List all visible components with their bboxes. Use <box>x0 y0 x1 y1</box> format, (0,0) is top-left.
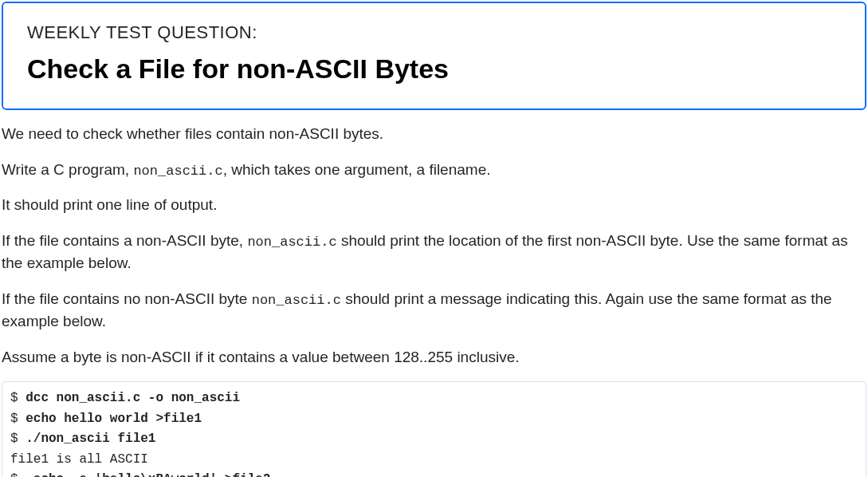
paragraph: If the file contains no non-ASCII byte n… <box>2 288 866 333</box>
question-header-box: WEEKLY TEST QUESTION: Check a File for n… <box>2 2 866 110</box>
paragraph: We need to check whether files contain n… <box>2 123 866 146</box>
terminal-command: ./non_ascii file1 <box>26 432 155 446</box>
terminal-command-line: $ echo hello world >file1 <box>10 409 858 430</box>
paragraph: It should print one line of output. <box>2 194 866 217</box>
terminal-command: echo hello world >file1 <box>26 412 202 426</box>
terminal-command: dcc non_ascii.c -o non_ascii <box>26 391 240 405</box>
text: Write a C program, <box>2 161 133 178</box>
terminal-prompt: $ <box>10 391 26 405</box>
paragraph: Assume a byte is non-ASCII if it contain… <box>2 346 866 369</box>
terminal-command: echo -e 'hello\xBAworld' >file2 <box>26 472 270 477</box>
terminal-prompt: $ <box>10 412 26 426</box>
inline-code: non_ascii.c <box>133 164 222 179</box>
terminal-command-line: $ dcc non_ascii.c -o non_ascii <box>10 388 858 409</box>
terminal-prompt: $ <box>10 432 26 446</box>
terminal-block: $ dcc non_ascii.c -o non_ascii$ echo hel… <box>2 381 866 477</box>
question-label: WEEKLY TEST QUESTION: <box>27 19 841 45</box>
paragraph: If the file contains a non-ASCII byte, n… <box>2 230 866 275</box>
question-title: Check a File for non-ASCII Bytes <box>27 49 841 89</box>
terminal-command-line: $ ./non_ascii file1 <box>10 429 858 450</box>
text: If the file contains no non-ASCII byte <box>2 290 252 307</box>
terminal-output-line: file1 is all ASCII <box>10 450 858 471</box>
inline-code: non_ascii.c <box>252 293 341 308</box>
question-body: We need to check whether files contain n… <box>0 123 868 369</box>
inline-code: non_ascii.c <box>247 235 336 250</box>
text: If the file contains a non-ASCII byte, <box>2 232 247 249</box>
paragraph: Write a C program, non_ascii.c, which ta… <box>2 159 866 182</box>
terminal-prompt: $ <box>10 472 26 477</box>
text: , which takes one argument, a filename. <box>223 161 491 178</box>
terminal-output: file1 is all ASCII <box>10 452 148 467</box>
terminal-command-line: $ echo -e 'hello\xBAworld' >file2 <box>10 470 858 477</box>
